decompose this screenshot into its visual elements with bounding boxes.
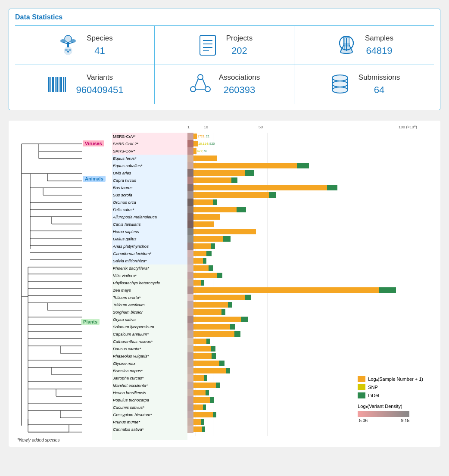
- svg-rect-2: [67, 42, 69, 47]
- bar-equus-cab: [193, 162, 436, 169]
- species-ailuro: Ailuropoda melanoleuca: [112, 213, 187, 221]
- density-9: [187, 199, 193, 206]
- density-gradient-bar: [358, 411, 409, 417]
- svg-rect-11: [200, 35, 215, 55]
- species-sorghum: Sorghum bicolor: [112, 308, 187, 316]
- density-30: [187, 352, 193, 360]
- bar-orange-vitis: [193, 273, 217, 278]
- bar-oryza: [193, 316, 436, 323]
- associations-value: 260393: [224, 84, 255, 96]
- bar-orange-gossypium: [193, 412, 213, 417]
- submissions-info: Submissions 64: [359, 73, 400, 96]
- species-solanum: Solanum lycopersicum: [112, 323, 187, 330]
- bar-vitis: [193, 272, 436, 279]
- species-ganoderma: Ganoderma lucidum*: [112, 250, 187, 257]
- bar-green-cannabis: [202, 426, 205, 432]
- bar-green-oryza: [241, 317, 248, 322]
- bar-green-cathar: [206, 339, 210, 344]
- bar-green-phaseo: [212, 353, 216, 359]
- species-phaseo: Phaseolus vulgaris*: [112, 352, 187, 360]
- species-populus: Populus trichocarpa: [112, 396, 187, 404]
- bar-orange-jatropha: [193, 375, 204, 381]
- species-cathar: Catharanthus roseus*: [112, 338, 187, 345]
- stat-cell-associations: Associations 260393: [155, 65, 294, 104]
- bar-cannabis: [193, 426, 436, 433]
- bar-orange-canis: [193, 221, 214, 227]
- bar-orange-mers: [193, 134, 197, 139]
- species-trit-ur: Triticum urartu*: [112, 294, 187, 301]
- bar-green-hevea: [206, 390, 209, 395]
- bar-orange-capra: [193, 177, 231, 183]
- bar-green-ganoderma: [206, 251, 212, 256]
- variants-info: Variants 960409451: [76, 73, 123, 96]
- species-equus-ferus: Equus ferus*: [112, 155, 187, 162]
- density-40: [187, 426, 193, 433]
- bar-green-glycine: [219, 361, 224, 366]
- legend-box-snp: [358, 384, 365, 390]
- animals-label: Animals: [83, 176, 106, 182]
- species-list: MERS-CoV* SARS-CoV-2* SARS-CoV* Equus fe…: [112, 133, 187, 433]
- bar-sars2: 16,114; 820: [193, 140, 436, 147]
- bar-orange-cannabis: [193, 426, 202, 432]
- density-37: [187, 404, 193, 411]
- bar-felis: [193, 206, 436, 213]
- bar-green-phyllo: [201, 280, 204, 286]
- tree-area: Viruses Animals Plants: [13, 133, 112, 436]
- bar-green-gallus: [223, 236, 231, 242]
- density-gradient-labels: -5.06 9.15: [358, 418, 409, 423]
- density-36: [187, 396, 193, 404]
- bar-green-daucus: [211, 346, 215, 352]
- bar-green-vitis: [217, 273, 222, 278]
- species-felis: Felis catus*: [112, 206, 187, 213]
- species-bos: Bos taurus: [112, 184, 187, 191]
- projects-label: Projects: [226, 34, 253, 43]
- bar-solanum: [193, 323, 436, 330]
- bar-zea: [193, 286, 436, 294]
- stats-title: Data Statistics: [15, 13, 434, 21]
- svg-line-35: [195, 79, 198, 87]
- stats-grid: Species 41 Projects 202: [15, 25, 434, 104]
- density-13: [187, 228, 193, 235]
- bar-sars: 427; 50: [193, 147, 436, 155]
- bar-orange-equus-ferus: [193, 156, 217, 161]
- species-salvia: Salvia miltiorrhiza*: [112, 257, 187, 264]
- legend-label-snp: SNP: [368, 385, 378, 390]
- network-icon: [189, 73, 212, 96]
- bar-orange-capsicum: [193, 331, 234, 337]
- density-16: [187, 250, 193, 257]
- density-legend-title: Log₂(Variant Density): [358, 404, 423, 409]
- bar-ailuro: [193, 213, 436, 221]
- bar-homo: [193, 228, 436, 235]
- density-4: [187, 162, 193, 169]
- svg-point-8: [65, 49, 68, 51]
- stats-card: Data Statistics: [9, 9, 440, 110]
- bar-orange-phyllo: [193, 280, 201, 286]
- variants-value: 960409451: [76, 84, 123, 96]
- bar-salvia: [193, 257, 436, 264]
- bar-orange-brassica: [193, 368, 226, 373]
- bar-daucus: [193, 345, 436, 352]
- species-label: Species: [87, 34, 112, 43]
- bar-phyllo: [193, 279, 436, 286]
- density-2: [187, 147, 193, 155]
- svg-rect-29: [60, 77, 62, 92]
- bar-orange-sars2: [193, 141, 198, 146]
- bar-orange-phoenix: [193, 265, 209, 271]
- species-sars: SARS-CoV*: [112, 147, 187, 155]
- density-17: [187, 257, 193, 264]
- species-info: Species 41: [87, 34, 112, 56]
- density-26: [187, 323, 193, 330]
- bar-mers: 1721; 21: [193, 133, 436, 140]
- density-6: [187, 177, 193, 184]
- svg-point-32: [198, 75, 203, 80]
- bar-ovis: [193, 169, 436, 177]
- bar-green-sorghum: [221, 309, 225, 315]
- density-3: [187, 155, 193, 162]
- svg-point-34: [205, 87, 210, 92]
- svg-rect-30: [63, 77, 64, 92]
- bar-brassica: [193, 367, 436, 374]
- species-sus: Sus scrofa: [112, 191, 187, 199]
- bar-trit-ae: [193, 301, 436, 308]
- species-glycine: Glycine max: [112, 360, 187, 367]
- bar-orange-oryza: [193, 317, 241, 322]
